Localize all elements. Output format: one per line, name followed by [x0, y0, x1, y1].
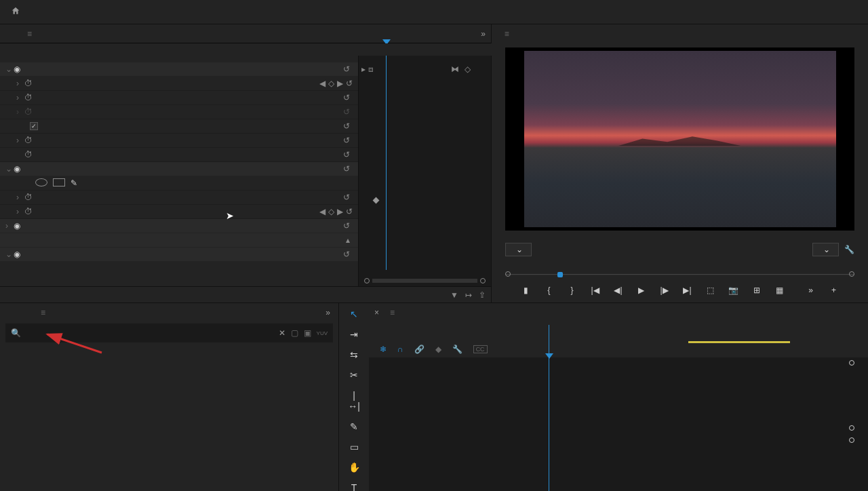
in-bracket-icon[interactable]: { [543, 286, 555, 295]
panel-menu-icon[interactable]: ≡ [27, 29, 32, 39]
step-fwd-icon[interactable]: |▶ [658, 286, 671, 295]
out-bracket-icon[interactable]: } [566, 286, 578, 295]
collapse-icon[interactable]: ▴ [346, 235, 358, 245]
preset-icon[interactable]: ▢ [291, 328, 298, 338]
prev-kf-icon[interactable]: ◀ [319, 79, 326, 88]
zoom-end-icon[interactable] [480, 278, 486, 283]
reset-icon[interactable]: ↺ [343, 93, 358, 102]
more-tabs-icon[interactable]: » [326, 308, 330, 317]
rect-tool-icon[interactable]: ▭ [347, 441, 361, 452]
chevron-right-icon[interactable]: › [16, 207, 24, 216]
zoom-bar[interactable] [372, 279, 477, 283]
chevron-down-icon[interactable]: ⌄ [5, 250, 14, 259]
zoom-start-icon[interactable] [364, 278, 370, 283]
razor-tool-icon[interactable]: ✂ [347, 370, 361, 380]
reset-icon[interactable]: ↺ [343, 250, 358, 259]
wrench-icon[interactable]: 🔧 [844, 245, 854, 254]
panel-menu-icon[interactable]: ≡ [41, 308, 45, 317]
zoom-select[interactable]: ⌄ [812, 243, 839, 256]
chevron-right-icon[interactable]: › [5, 221, 14, 231]
export-icon[interactable]: ⇪ [479, 290, 486, 300]
chevron-right-icon[interactable]: › [16, 136, 24, 145]
mask-pen-icon[interactable]: ✎ [71, 178, 77, 188]
reset-icon[interactable]: ↺ [343, 164, 358, 174]
stopwatch-icon[interactable]: ⏱ [24, 93, 35, 102]
more-tabs-icon[interactable]: » [481, 29, 486, 39]
stopwatch-icon[interactable]: ⏱ [24, 207, 35, 216]
stopwatch-icon[interactable]: ⏱ [24, 150, 35, 159]
kf-collapse-icon[interactable]: ▸ [361, 64, 366, 74]
prev-kf-icon[interactable]: ◀ [319, 207, 326, 216]
mask-ellipse-icon[interactable] [35, 178, 47, 186]
panel-menu-icon[interactable]: ≡ [505, 29, 509, 39]
goto-in-icon[interactable]: |◀ [589, 286, 601, 295]
cc-icon[interactable]: CC [473, 345, 488, 353]
chevron-down-icon[interactable]: ⌄ [5, 64, 14, 74]
keyframe[interactable] [373, 197, 380, 204]
magnet-icon[interactable]: ∩ [397, 345, 403, 354]
wrench-icon[interactable]: 🔧 [452, 345, 462, 354]
lift-icon[interactable]: ⬚ [705, 286, 717, 295]
panel-menu-icon[interactable]: ≡ [390, 308, 395, 317]
fit-select[interactable]: ⌄ [505, 243, 532, 256]
selection-tool-icon[interactable]: ↖ [347, 309, 361, 319]
add-kf-icon[interactable]: ◇ [328, 207, 334, 216]
chevron-down-icon[interactable]: ⌄ [5, 164, 14, 174]
accel-icon[interactable]: ▣ [304, 328, 311, 338]
timeline-playhead[interactable] [549, 325, 549, 491]
slip-tool-icon[interactable]: |↔| [347, 390, 361, 412]
eye-icon[interactable]: ◉ [14, 164, 24, 174]
mask-rect-icon[interactable] [53, 178, 65, 186]
stopwatch-icon[interactable]: ⏱ [24, 136, 35, 145]
hand-tool-icon[interactable]: ✋ [347, 462, 361, 473]
stopwatch-icon[interactable]: ⏱ [24, 79, 35, 88]
zoom-marker[interactable] [849, 437, 854, 443]
chevron-right-icon[interactable]: › [16, 93, 24, 102]
track-select-tool-icon[interactable]: ⇥ [347, 329, 361, 340]
more-icon[interactable]: » [805, 286, 817, 295]
zoom-marker[interactable] [849, 425, 854, 431]
linked-icon[interactable]: 🔗 [414, 345, 425, 354]
reset-icon[interactable]: ↺ [343, 150, 358, 159]
type-tool-icon[interactable]: T [347, 482, 361, 491]
reset-icon[interactable]: ↺ [343, 221, 358, 231]
marker-icon[interactable]: ◆ [435, 345, 441, 354]
stopwatch-icon[interactable]: ⏱ [24, 193, 35, 202]
compare-icon[interactable]: ▦ [774, 286, 786, 295]
chevron-right-icon[interactable]: › [16, 107, 24, 117]
zoom-marker[interactable] [849, 360, 854, 366]
add-kf-icon[interactable]: ◇ [328, 79, 334, 88]
program-scrubber[interactable] [505, 264, 854, 278]
program-monitor[interactable] [505, 47, 854, 231]
snap-icon[interactable]: ❄ [380, 345, 387, 354]
reset-icon[interactable]: ↺ [346, 207, 353, 216]
pen-tool-icon[interactable]: ✎ [347, 421, 361, 432]
kf-in-icon[interactable]: ⧓ [451, 64, 459, 74]
reset-icon[interactable]: ↺ [343, 64, 358, 74]
timeline-tracks[interactable] [369, 357, 868, 491]
clear-search-icon[interactable]: ✕ [279, 328, 285, 338]
play-icon[interactable]: ▶ [635, 286, 648, 295]
extract-icon[interactable]: ⊞ [751, 286, 763, 295]
next-kf-icon[interactable]: ▶ [337, 79, 343, 88]
yuv-icon[interactable]: YUV [317, 330, 328, 336]
goto-out-icon[interactable]: ▶| [682, 286, 694, 295]
filter-icon[interactable]: ▼ [450, 290, 458, 300]
reset-icon[interactable]: ↺ [343, 193, 358, 202]
reset-icon[interactable]: ↺ [343, 121, 358, 131]
step-back-icon[interactable]: ◀| [612, 286, 625, 295]
eye-icon[interactable]: ◉ [14, 250, 24, 259]
ripple-tool-icon[interactable]: ⇆ [347, 349, 361, 360]
toggle-icon[interactable]: ↦ [465, 290, 472, 300]
kf-icon[interactable]: ⧈ [368, 64, 374, 74]
chevron-right-icon[interactable]: › [16, 193, 24, 202]
reset-icon[interactable]: ↺ [343, 136, 358, 145]
chevron-right-icon[interactable]: › [16, 79, 24, 88]
reset-icon[interactable]: ↺ [346, 79, 353, 88]
next-kf-icon[interactable]: ▶ [337, 207, 343, 216]
uniform-scale-checkbox[interactable]: ✓ [30, 122, 38, 130]
camera-icon[interactable]: 📷 [728, 286, 740, 295]
kf-diamond-icon[interactable]: ◇ [465, 64, 471, 74]
home-icon[interactable] [11, 6, 20, 18]
close-sequence-icon[interactable]: × [374, 308, 379, 317]
